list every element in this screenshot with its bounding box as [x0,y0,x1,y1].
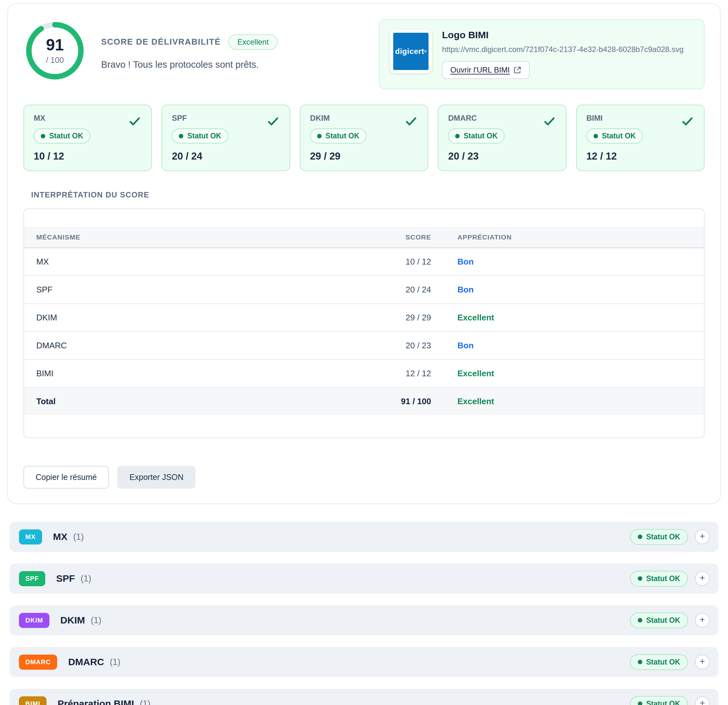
status-badge-label: Statut OK [464,131,498,140]
score-cell: 10 / 12 [370,257,431,267]
status-dot-icon [638,701,642,705]
status-card-score: 10 / 12 [34,150,142,162]
card-header: 91 / 100 SCORE DE DÉLIVRABILITÉ Excellen… [23,19,705,89]
bimi-logo-container: digicert® [390,30,432,73]
check-icon [266,115,279,128]
check-icon [128,115,141,128]
status-badge: Statut OK [310,129,367,143]
open-bimi-url-label: Ouvrir l'URL BIMI [450,65,510,75]
table-header-row: MÉCANISME SCORE APPRÉCIATION [24,227,704,248]
export-json-button[interactable]: Exporter JSON [117,466,195,488]
status-dot-icon [594,134,598,139]
protocol-status-row: MX Statut OK 10 / 12 SPF Statut OK 20 / … [23,105,705,171]
copy-summary-button[interactable]: Copier le résumé [23,466,109,488]
status-badge: Statut OK [630,696,688,705]
section-count: (1) [110,657,120,667]
status-badge-label: Statut OK [602,131,636,140]
bimi-panel-title: Logo BIMI [442,30,683,40]
status-card-name: DKIM [310,114,418,123]
section-row-spf[interactable]: SPF SPF (1) Statut OK + [10,564,718,593]
deliverability-summary-card: 91 / 100 SCORE DE DÉLIVRABILITÉ Excellen… [7,3,721,504]
mechanism-cell: DKIM [24,313,370,323]
score-cell: 20 / 23 [370,341,431,351]
status-badge-label: Statut OK [646,658,680,666]
mechanism-cell: DMARC [24,341,370,351]
score-message: Bravo ! Tous les protocoles sont prêts. [101,59,278,70]
open-bimi-url-button[interactable]: Ouvrir l'URL BIMI [442,61,530,79]
status-badge: Statut OK [448,129,505,143]
expand-section-button[interactable]: + [695,613,710,628]
external-link-icon [514,66,521,74]
check-icon [404,115,417,128]
section-title: Préparation BIMI [58,698,134,705]
section-badge: MX [19,529,42,545]
status-card-name: MX [34,114,142,123]
status-card-mx: MX Statut OK 10 / 12 [23,105,152,171]
total-score: 91 / 100 [370,396,431,406]
status-badge-label: Statut OK [49,131,83,140]
section-row-dmarc[interactable]: DMARC DMARC (1) Statut OK + [10,647,718,677]
status-badge: Statut OK [34,129,90,143]
status-badge-label: Statut OK [187,131,221,140]
status-badge-label: Statut OK [646,574,680,583]
status-card-score: 20 / 24 [172,150,280,162]
bimi-panel-text: Logo BIMI https://vmc.digicert.com/721f0… [442,30,683,79]
check-icon [681,115,694,128]
status-dot-icon [41,134,45,139]
section-row-bimi[interactable]: BIMI Préparation BIMI (1) Statut OK + [10,689,718,705]
score-donut: 91 / 100 [23,19,86,82]
expand-section-button[interactable]: + [695,696,710,705]
status-dot-icon [455,134,460,139]
status-badge: Statut OK [630,654,688,670]
total-appreciation: Excellent [431,396,704,406]
section-title: MX [53,531,67,542]
status-badge: Statut OK [172,129,228,143]
mechanism-cell: MX [24,257,370,267]
status-card-dkim: DKIM Statut OK 29 / 29 [300,105,428,171]
status-card-score: 20 / 23 [448,150,556,162]
check-icon [543,115,556,128]
total-label: Total [24,396,370,406]
section-row-dkim[interactable]: DKIM DKIM (1) Statut OK + [10,605,718,635]
section-badge: DMARC [19,654,57,670]
status-card-score: 12 / 12 [586,150,694,162]
score-group: 91 / 100 SCORE DE DÉLIVRABILITÉ Excellen… [23,19,278,82]
section-count: (1) [140,699,150,705]
section-title: SPF [56,573,75,584]
status-dot-icon [638,618,642,623]
status-badge-label: Statut OK [646,616,680,625]
digicert-logo-text: digicert [395,47,424,56]
page-title: SCORE DE DÉLIVRABILITÉ [101,37,221,47]
section-count: (1) [91,615,101,626]
bimi-logo-panel: digicert® Logo BIMI https://vmc.digicert… [379,19,705,89]
score-max: / 100 [46,56,64,65]
status-badge-label: Statut OK [646,533,680,541]
column-header-score: SCORE [370,233,431,241]
section-badge: BIMI [19,696,46,705]
interpretation-heading: INTERPRÉTATION DU SCORE [31,191,705,199]
mechanism-cell: BIMI [24,368,370,379]
expand-section-button[interactable]: + [695,571,710,586]
section-count: (1) [73,532,84,542]
table-row: BIMI 12 / 12 Excellent [24,360,704,388]
table-total-row: Total 91 / 100 Excellent [24,388,704,415]
section-badge: SPF [19,571,45,586]
table-row: DMARC 20 / 23 Bon [24,332,704,360]
section-row-mx[interactable]: MX MX (1) Statut OK + [10,522,718,552]
appreciation-cell: Bon [431,341,704,351]
score-donut-center: 91 / 100 [23,19,86,82]
score-cell: 20 / 24 [370,285,431,295]
score-cell: 29 / 29 [370,313,431,323]
status-dot-icon [179,134,183,139]
expand-section-button[interactable]: + [695,654,710,669]
interpretation-table: MÉCANISME SCORE APPRÉCIATION MX 10 / 12 … [23,208,705,438]
status-badge: Statut OK [630,529,688,545]
status-card-name: SPF [172,114,280,123]
status-dot-icon [638,660,642,664]
score-value: 91 [46,37,64,53]
status-badge: Statut OK [630,613,688,628]
status-card-score: 29 / 29 [310,150,418,162]
expand-section-button[interactable]: + [695,529,710,544]
digicert-logo: digicert® [393,33,429,70]
status-badge-label: Statut OK [325,131,360,140]
